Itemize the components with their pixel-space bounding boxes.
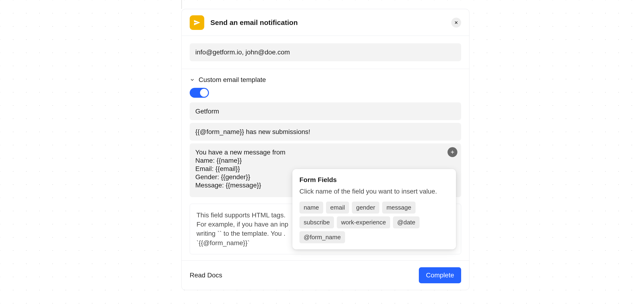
plus-icon xyxy=(450,149,455,155)
field-chip[interactable]: email xyxy=(326,202,349,214)
chevron-down-icon xyxy=(190,77,195,82)
toggle-knob xyxy=(200,89,208,97)
popover-title: Form Fields xyxy=(300,176,449,184)
from-name-input[interactable] xyxy=(190,102,461,120)
field-chip[interactable]: work-experience xyxy=(337,216,390,228)
modal-header: Send an email notification xyxy=(182,9,469,36)
modal-footer: Read Docs Complete xyxy=(182,260,469,290)
field-chip[interactable]: gender xyxy=(352,202,379,214)
complete-button[interactable]: Complete xyxy=(419,267,461,283)
modal-title: Send an email notification xyxy=(210,19,451,27)
template-section-label: Custom email template xyxy=(198,76,266,84)
field-chip[interactable]: @form_name xyxy=(300,231,345,243)
send-icon xyxy=(190,15,204,30)
recipients-section xyxy=(182,36,469,69)
close-button[interactable] xyxy=(451,18,461,28)
popover-description: Click name of the field you want to inse… xyxy=(300,187,449,196)
subject-input[interactable] xyxy=(190,123,461,140)
read-docs-link[interactable]: Read Docs xyxy=(190,271,222,279)
field-chip[interactable]: message xyxy=(382,202,416,214)
field-chip-list: name email gender message subscribe work… xyxy=(300,202,449,243)
connector-line xyxy=(181,0,182,9)
form-fields-popover: Form Fields Click name of the field you … xyxy=(292,169,456,249)
template-header-row[interactable]: Custom email template xyxy=(190,76,461,84)
field-chip[interactable]: name xyxy=(300,202,323,214)
insert-field-button[interactable] xyxy=(448,147,458,157)
recipients-input[interactable] xyxy=(190,43,461,61)
field-chip[interactable]: @date xyxy=(393,216,420,228)
custom-template-toggle[interactable] xyxy=(190,88,209,98)
close-icon xyxy=(454,20,458,25)
field-chip[interactable]: subscribe xyxy=(300,216,334,228)
